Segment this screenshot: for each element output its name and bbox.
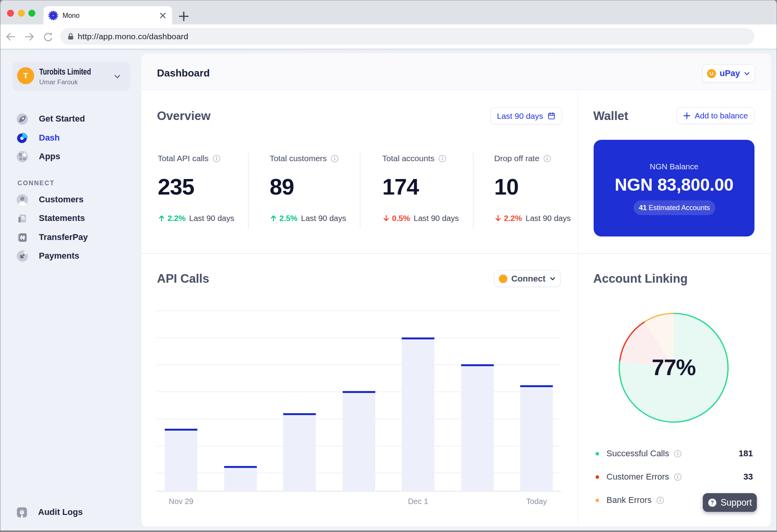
svg-text:?: ? (711, 499, 714, 506)
